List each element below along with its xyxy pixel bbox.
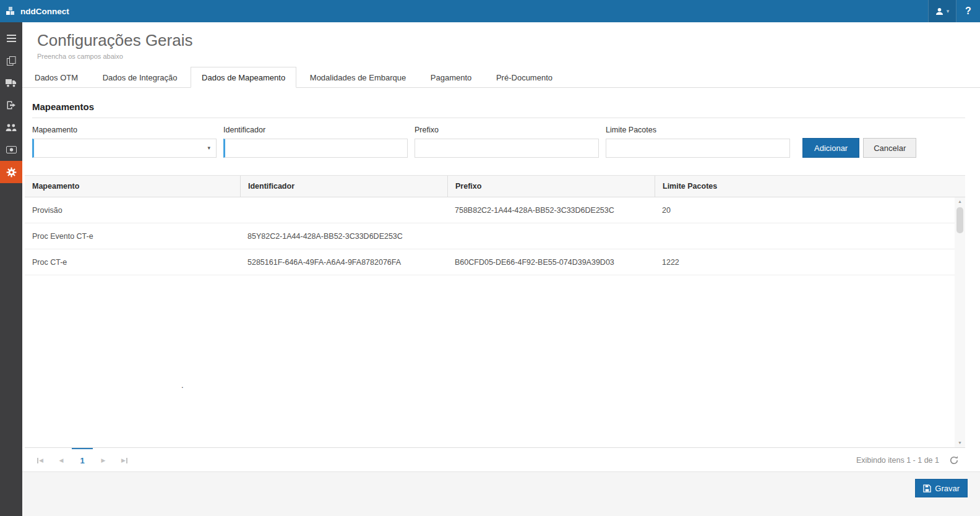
cancelar-button[interactable]: Cancelar <box>863 138 916 158</box>
user-menu-button[interactable]: ▾ <box>928 0 956 22</box>
page-number-button[interactable]: 1 <box>72 448 93 473</box>
triangle-left-icon: ◀ <box>59 457 64 463</box>
page-title: Configurações Gerais <box>37 31 980 50</box>
tab-modalidades-de-embarque[interactable]: Modalidades de Embarque <box>299 67 417 88</box>
brand-label: nddConnect <box>20 7 69 16</box>
field-limite-pacotes: Limite Pacotes <box>606 126 790 158</box>
users-icon <box>6 124 17 132</box>
grid-body: Provisão 758B82C2-1A44-428A-BB52-3C33D6D… <box>25 197 965 447</box>
stray-dot: . <box>181 381 184 390</box>
gear-icon <box>6 167 17 178</box>
tab-pre-documento[interactable]: Pré-Documento <box>485 67 564 88</box>
sidebar-item-menu[interactable] <box>0 27 22 49</box>
table-row[interactable]: Proc Evento CT-e 85Y82C2-1A44-428A-BB52-… <box>25 223 965 249</box>
topbar: nddConnect ▾ ? <box>0 0 980 22</box>
adicionar-button[interactable]: Adicionar <box>802 138 859 158</box>
mapping-form: Mapeamento ▾ Identificador Prefixo Limit… <box>32 126 965 158</box>
next-page-button[interactable]: ▶ <box>93 448 114 473</box>
page-subtitle: Preencha os campos abaixo <box>37 53 980 60</box>
table-scrollbar[interactable]: ▲ ▼ <box>955 197 965 447</box>
cell-identificador: 5285161F-646A-49FA-A6A4-9FA8782076FA <box>240 258 447 267</box>
last-page-button[interactable]: ▶ <box>114 448 135 473</box>
scrollbar-thumb[interactable] <box>956 207 963 233</box>
limite-pacotes-input[interactable] <box>606 139 790 158</box>
gravar-button[interactable]: Gravar <box>915 479 968 497</box>
cell-mapeamento: Provisão <box>25 206 240 215</box>
tab-dados-otm[interactable]: Dados OTM <box>24 67 89 88</box>
bar-icon <box>126 458 127 463</box>
scroll-down-icon[interactable]: ▼ <box>958 440 962 446</box>
banknote-icon <box>6 146 17 153</box>
tab-pagamento[interactable]: Pagamento <box>419 67 483 88</box>
triangle-left-icon: ◀ <box>39 457 43 463</box>
sidebar-item-export[interactable] <box>0 94 22 116</box>
refresh-button[interactable] <box>949 455 959 465</box>
sidebar-item-pages[interactable] <box>0 49 22 72</box>
field-mapeamento: Mapeamento ▾ <box>32 126 217 158</box>
cell-prefixo: B60CFD05-DE66-4F92-BE55-074D39A39D03 <box>447 258 655 267</box>
gravar-label: Gravar <box>935 484 960 493</box>
cell-limite-pacotes: 1222 <box>655 258 965 267</box>
cell-identificador: 85Y82C2-1A44-428A-BB52-3C33D6DE253C <box>240 232 447 241</box>
column-header-mapeamento[interactable]: Mapeamento <box>25 176 240 197</box>
mappings-grid: Mapeamento Identificador Prefixo Limite … <box>25 175 965 473</box>
tab-content: Mapeamentos Mapeamento ▾ Identificador P… <box>22 101 980 473</box>
chevron-down-icon: ▾ <box>207 145 210 151</box>
section-divider <box>32 118 965 118</box>
tab-dados-de-mapeamento[interactable]: Dados de Mapeamento <box>191 67 296 88</box>
form-buttons: Adicionar Cancelar <box>802 138 916 158</box>
tab-strip: Dados OTM Dados de Integração Dados de M… <box>22 66 980 88</box>
bar-icon <box>37 458 38 463</box>
cell-mapeamento: Proc Evento CT-e <box>25 232 240 241</box>
prefixo-input[interactable] <box>415 139 599 158</box>
field-identificador: Identificador <box>223 126 408 158</box>
tab-dados-de-integracao[interactable]: Dados de Integração <box>92 67 189 88</box>
pager: ◀ ◀ 1 ▶ ▶ Exibindo itens 1 - 1 de 1 <box>25 447 965 473</box>
prefixo-label: Prefixo <box>415 126 599 134</box>
limite-pacotes-label: Limite Pacotes <box>606 126 790 134</box>
triangle-right-icon: ▶ <box>121 457 126 463</box>
cell-limite-pacotes: 20 <box>655 206 965 215</box>
column-header-prefixo[interactable]: Prefixo <box>447 176 655 197</box>
truck-icon <box>6 79 17 87</box>
identificador-label: Identificador <box>223 126 408 134</box>
export-icon <box>7 101 16 110</box>
field-prefixo: Prefixo <box>415 126 599 158</box>
footer-bar: Gravar <box>22 471 980 516</box>
main-panel: Configurações Gerais Preencha os campos … <box>22 22 980 516</box>
user-icon <box>935 7 943 15</box>
chevron-down-icon: ▾ <box>947 8 950 14</box>
hamburger-icon <box>7 35 16 42</box>
topbar-actions: ▾ ? <box>928 0 980 22</box>
mapeamento-label: Mapeamento <box>32 126 217 134</box>
first-page-button[interactable]: ◀ <box>30 448 51 473</box>
grid-header-row: Mapeamento Identificador Prefixo Limite … <box>25 175 965 197</box>
column-header-limite-pacotes[interactable]: Limite Pacotes <box>655 176 965 197</box>
sidebar <box>0 22 22 516</box>
section-heading: Mapeamentos <box>32 101 965 112</box>
pager-status: Exibindo itens 1 - 1 de 1 <box>856 456 939 465</box>
table-row[interactable]: Proc CT-e 5285161F-646A-49FA-A6A4-9FA878… <box>25 249 965 275</box>
sidebar-item-billing[interactable] <box>0 139 22 161</box>
brand: nddConnect <box>0 7 69 16</box>
table-row[interactable]: Provisão 758B82C2-1A44-428A-BB52-3C33D6D… <box>25 197 965 223</box>
sidebar-item-settings[interactable] <box>0 161 22 183</box>
ndd-logo-icon <box>6 7 16 16</box>
help-button[interactable]: ? <box>956 0 980 22</box>
mapeamento-select[interactable]: ▾ <box>32 139 217 158</box>
cell-prefixo: 758B82C2-1A44-428A-BB52-3C33D6DE253C <box>447 206 655 215</box>
sidebar-item-transport[interactable] <box>0 72 22 94</box>
save-icon <box>923 484 931 492</box>
previous-page-button[interactable]: ◀ <box>51 448 72 473</box>
help-icon: ? <box>965 6 971 17</box>
cell-mapeamento: Proc CT-e <box>25 258 240 267</box>
identificador-input[interactable] <box>223 139 408 158</box>
page-head: Configurações Gerais Preencha os campos … <box>22 22 980 60</box>
triangle-right-icon: ▶ <box>101 457 106 463</box>
column-header-identificador[interactable]: Identificador <box>240 176 447 197</box>
pages-icon <box>7 56 16 66</box>
sidebar-item-users[interactable] <box>0 116 22 139</box>
scroll-up-icon[interactable]: ▲ <box>958 199 962 205</box>
